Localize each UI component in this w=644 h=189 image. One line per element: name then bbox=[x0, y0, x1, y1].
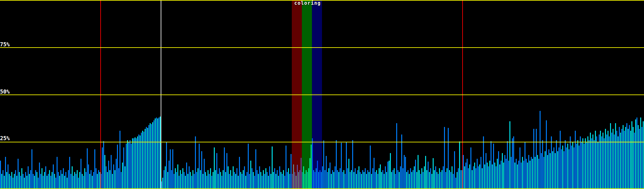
bar bbox=[126, 144, 127, 189]
bar bbox=[396, 123, 397, 189]
bar bbox=[98, 170, 99, 189]
bar bbox=[263, 170, 264, 189]
bar bbox=[242, 174, 242, 189]
bar bbox=[528, 155, 529, 189]
bar bbox=[283, 170, 284, 189]
bar bbox=[244, 166, 245, 189]
bar bbox=[404, 155, 405, 189]
y-axis-label-50: 50% bbox=[0, 89, 10, 94]
bar bbox=[523, 161, 524, 189]
bar bbox=[492, 164, 493, 189]
bar bbox=[545, 151, 546, 189]
bar bbox=[1, 174, 2, 189]
bar bbox=[569, 149, 569, 189]
bar bbox=[585, 138, 586, 189]
bar bbox=[43, 176, 44, 189]
bar bbox=[48, 174, 49, 189]
bar bbox=[464, 166, 465, 189]
bar bbox=[186, 163, 187, 189]
bar bbox=[596, 136, 597, 189]
bar bbox=[166, 142, 167, 189]
bar bbox=[153, 120, 154, 189]
bar bbox=[176, 172, 177, 189]
bar bbox=[369, 172, 369, 189]
bar bbox=[478, 166, 479, 189]
bar bbox=[130, 140, 130, 189]
bar bbox=[106, 166, 107, 189]
bar bbox=[367, 170, 368, 189]
bar bbox=[635, 119, 636, 189]
bar bbox=[541, 153, 542, 189]
bar bbox=[416, 172, 417, 189]
bar bbox=[284, 176, 285, 189]
bar bbox=[331, 174, 332, 189]
bar bbox=[10, 176, 11, 189]
bar bbox=[148, 125, 149, 189]
bar bbox=[287, 172, 288, 189]
bar bbox=[477, 159, 478, 189]
bar bbox=[220, 172, 221, 189]
bar bbox=[31, 149, 32, 189]
bar bbox=[361, 174, 362, 189]
bar bbox=[270, 174, 271, 189]
bar bbox=[210, 168, 211, 189]
bar bbox=[187, 174, 188, 189]
bar bbox=[50, 176, 51, 189]
bar bbox=[453, 174, 454, 189]
bar bbox=[474, 163, 475, 189]
bar bbox=[112, 174, 113, 189]
bar bbox=[218, 174, 219, 189]
bar bbox=[479, 164, 480, 189]
bar bbox=[496, 166, 497, 189]
bar bbox=[184, 172, 185, 189]
bar bbox=[26, 176, 27, 189]
gridline-25pct bbox=[0, 142, 644, 142]
bar bbox=[434, 170, 435, 189]
bar bbox=[247, 172, 247, 189]
bar bbox=[42, 168, 42, 189]
bar bbox=[91, 170, 92, 189]
bar bbox=[291, 154, 291, 189]
bar bbox=[245, 176, 246, 189]
bar bbox=[586, 142, 587, 189]
bar bbox=[79, 172, 80, 189]
bar bbox=[560, 131, 561, 189]
bar bbox=[201, 151, 202, 189]
bar bbox=[371, 174, 372, 189]
bar bbox=[274, 168, 275, 189]
bar bbox=[83, 176, 84, 189]
bar bbox=[411, 172, 412, 189]
bar bbox=[375, 172, 376, 189]
bar bbox=[486, 153, 486, 189]
bar bbox=[387, 162, 388, 189]
bar bbox=[264, 174, 265, 189]
bar bbox=[175, 168, 176, 189]
bar bbox=[621, 129, 622, 189]
bar bbox=[556, 140, 557, 189]
bar bbox=[156, 117, 157, 189]
bar bbox=[53, 164, 54, 189]
bar bbox=[165, 166, 166, 189]
bar bbox=[620, 133, 621, 189]
bar bbox=[360, 172, 361, 189]
bar bbox=[551, 136, 552, 189]
bar bbox=[255, 149, 256, 189]
bar bbox=[626, 123, 627, 189]
bar bbox=[335, 166, 336, 189]
bar bbox=[600, 131, 601, 189]
bar bbox=[640, 117, 641, 189]
bar bbox=[513, 136, 514, 189]
bar bbox=[20, 176, 21, 189]
bar bbox=[562, 146, 563, 189]
bar bbox=[82, 174, 83, 189]
bar bbox=[504, 155, 505, 189]
bar bbox=[352, 140, 353, 189]
bar bbox=[623, 125, 624, 189]
bar bbox=[69, 157, 70, 189]
bar bbox=[641, 127, 642, 189]
bar bbox=[113, 164, 114, 189]
y-axis-label-25: 25% bbox=[0, 135, 10, 141]
bar bbox=[267, 172, 268, 189]
bar bbox=[356, 174, 357, 189]
bar bbox=[240, 172, 241, 189]
